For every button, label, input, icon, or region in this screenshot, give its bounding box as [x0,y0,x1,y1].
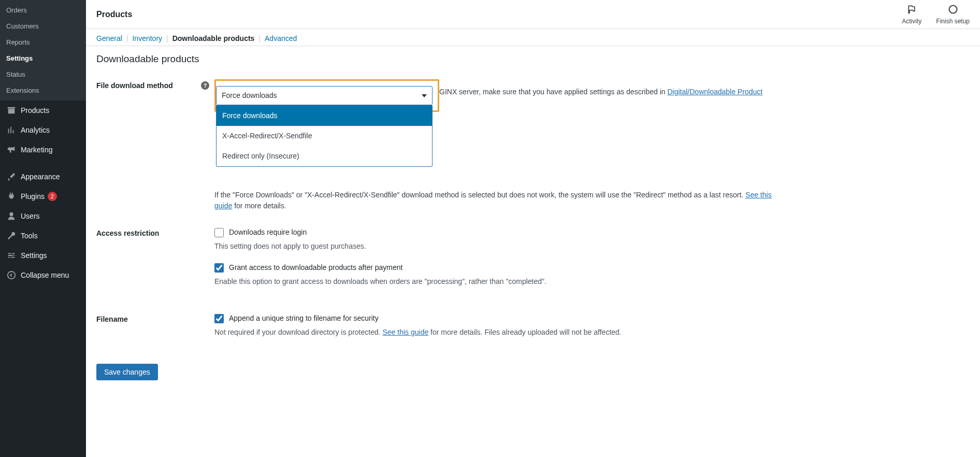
sidebar-item-label: Users [21,212,40,220]
dropdown-opt-redirect[interactable]: Redirect only (Insecure) [217,146,432,166]
help-icon[interactable]: ? [201,81,209,90]
sidebar-subgroup-woocommerce: Orders Customers Reports Settings Status… [0,0,86,101]
field-access-restriction: Downloads require login This setting doe… [214,227,970,297]
sliders-icon [6,250,17,261]
user-icon [6,211,17,221]
activity-button[interactable]: Activity [902,4,921,25]
field-download-method: Force downloads Force downloads X-Accel-… [214,79,970,211]
sidebar-item-status[interactable]: Status [0,66,86,82]
sidebar-item-label: Plugins [21,192,45,201]
tab-general[interactable]: General [96,34,122,42]
page-title: Products [96,10,132,19]
download-method-dropdown: Force downloads X-Accel-Redirect/X-Sendf… [216,105,433,167]
desc-require-login: This setting does not apply to guest pur… [214,241,970,252]
checkbox-grant-access[interactable] [214,263,224,273]
row-filename: Filename Append a unique string to filen… [96,313,970,348]
chart-icon [6,125,17,135]
sidebar-collapse[interactable]: Collapse menu [0,265,86,285]
sidebar-item-products[interactable]: Products [0,101,86,120]
check-downloads-require-login[interactable]: Downloads require login [214,227,970,238]
main-content: Products Activity Finish setup General |… [86,0,980,457]
plug-icon [6,191,17,202]
sidebar-item-analytics[interactable]: Analytics [0,120,86,140]
download-method-select-wrap: Force downloads Force downloads X-Accel-… [216,86,433,105]
flag-icon [906,4,917,17]
checkbox-unique-filename[interactable] [214,314,224,323]
brush-icon [6,172,17,182]
tab-advanced[interactable]: Advanced [265,34,297,42]
collapse-icon [6,270,17,280]
svg-point-1 [949,5,957,13]
dropdown-opt-force[interactable]: Force downloads [217,106,432,126]
label-download-method: File download method ? [96,79,214,90]
row-access-restriction: Access restriction Downloads require log… [96,227,970,297]
archive-icon [6,105,17,116]
tab-downloadable[interactable]: Downloadable products [172,34,255,42]
activity-label: Activity [902,18,921,25]
desc-grant-access: Enable this option to grant access to do… [214,276,970,287]
sidebar-item-customers[interactable]: Customers [0,18,86,34]
sidebar-item-label: Products [21,106,49,115]
sidebar-item-marketing[interactable]: Marketing [0,140,86,160]
check-unique-filename[interactable]: Append a unique string to filename for s… [214,313,970,324]
filename-guide-link[interactable]: See this guide [383,328,429,336]
dropdown-opt-xaccel[interactable]: X-Accel-Redirect/X-Sendfile [217,126,432,146]
finish-setup-button[interactable]: Finish setup [936,4,970,25]
megaphone-icon [6,145,17,155]
sidebar-item-users[interactable]: Users [0,206,86,226]
desc-filename: Not required if your download directory … [214,327,970,338]
checkbox-require-login[interactable] [214,228,224,237]
sidebar-collapse-label: Collapse menu [21,271,69,279]
section-heading: Downloadable products [96,53,970,65]
sidebar-item-label: Analytics [21,126,50,134]
nginx-note-partial: GINX server, make sure that you have app… [439,79,762,97]
save-button[interactable]: Save changes [96,364,158,380]
topbar: Products Activity Finish setup [86,0,980,29]
finish-label: Finish setup [936,18,970,25]
fallback-note: If the "Force Downloads" or "X-Accel-Red… [214,190,789,211]
tab-inventory[interactable]: Inventory [132,34,162,42]
settings-panel: Downloadable products File download meth… [86,46,980,401]
sidebar-item-settings[interactable]: Settings [0,50,86,66]
check-grant-after-payment[interactable]: Grant access to downloadable products af… [214,262,970,273]
circle-icon [948,4,958,17]
sidebar-item-wpsettings[interactable]: Settings [0,246,86,265]
sidebar-item-extensions[interactable]: Extensions [0,82,86,98]
sidebar-item-label: Settings [21,251,47,260]
settings-subtabs: General | Inventory | Downloadable produ… [86,29,980,46]
highlight-box: Force downloads Force downloads X-Accel-… [214,79,439,112]
sidebar-item-appearance[interactable]: Appearance [0,167,86,187]
sidebar-item-label: Tools [21,232,38,240]
sidebar-item-tools[interactable]: Tools [0,226,86,246]
sidebar-item-plugins[interactable]: Plugins 2 [0,187,86,206]
wrench-icon [6,231,17,241]
svg-point-0 [8,272,15,279]
row-download-method: File download method ? Force downloads F… [96,79,970,211]
label-access-restriction: Access restriction [96,227,214,237]
field-filename: Append a unique string to filename for s… [214,313,970,348]
admin-sidebar: Orders Customers Reports Settings Status… [0,0,86,457]
plugins-badge: 2 [48,192,57,201]
sidebar-item-orders[interactable]: Orders [0,2,86,18]
topbar-actions: Activity Finish setup [902,4,970,25]
download-method-select[interactable]: Force downloads [216,86,433,105]
nginx-link[interactable]: Digital/Downloadable Product [667,88,762,96]
label-filename: Filename [96,313,214,323]
sidebar-item-label: Marketing [21,146,52,154]
sidebar-item-label: Appearance [21,173,60,181]
sidebar-item-reports[interactable]: Reports [0,34,86,50]
